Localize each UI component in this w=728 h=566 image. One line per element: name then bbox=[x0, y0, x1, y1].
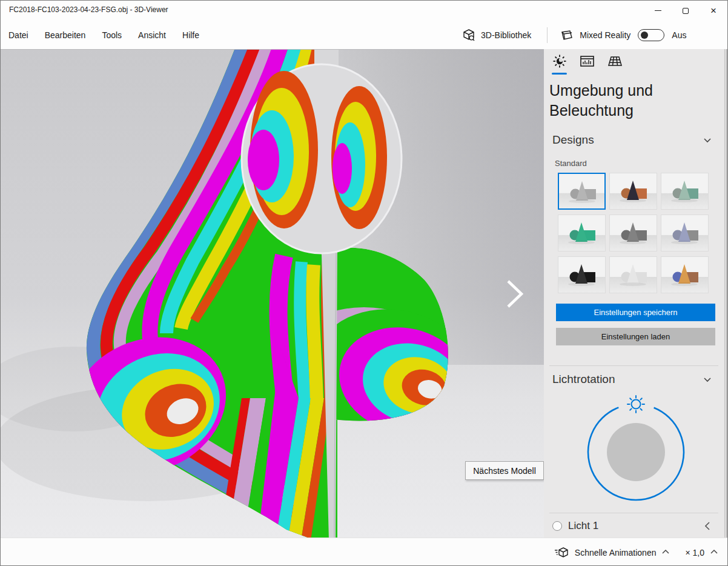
sun-icon bbox=[552, 54, 567, 68]
toolbar-separator bbox=[547, 27, 548, 43]
mixed-reality-icon bbox=[560, 29, 574, 41]
design-thumbnail-teal[interactable] bbox=[661, 173, 709, 210]
main-area: Nächstes Modell bbox=[1, 49, 728, 538]
animation-menu-chevron-icon[interactable] bbox=[662, 549, 669, 556]
menu-bearbeiten[interactable]: Bearbeiten bbox=[45, 30, 86, 40]
theme-preview bbox=[558, 215, 604, 250]
dial-knob[interactable] bbox=[607, 423, 665, 481]
mixed-reality-state: Aus bbox=[672, 30, 686, 40]
menu-hilfe[interactable]: Hilfe bbox=[182, 30, 199, 40]
design-thumbnail-gray[interactable] bbox=[558, 173, 606, 210]
playback-speed-value[interactable]: × 1,0 bbox=[685, 548, 704, 558]
theme-preview bbox=[558, 257, 604, 291]
design-thumbnail-white[interactable] bbox=[609, 256, 657, 293]
design-thumbnail-dark-orange[interactable] bbox=[609, 173, 657, 210]
grid-icon bbox=[607, 54, 623, 68]
minimize-icon bbox=[655, 10, 661, 11]
section-divider bbox=[549, 365, 718, 366]
light-rotation-title: Lichtrotation bbox=[552, 373, 615, 386]
theme-preview bbox=[661, 215, 707, 250]
panel-scrollbar[interactable] bbox=[724, 49, 728, 538]
light-rotation-collapse-chevron-icon[interactable] bbox=[704, 378, 711, 385]
3d-library-icon[interactable] bbox=[462, 28, 475, 42]
menu-datei[interactable]: Datei bbox=[8, 30, 28, 40]
light-divider bbox=[549, 513, 718, 513]
toggle-knob bbox=[641, 32, 648, 39]
close-button[interactable]: × bbox=[700, 1, 727, 21]
design-thumbnail-black[interactable] bbox=[558, 256, 606, 293]
title-bar: FC2018-FC103-2023-04-23-FSG.obj - 3D-Vie… bbox=[1, 1, 727, 21]
designs-group-label: Standard bbox=[555, 159, 587, 168]
animation-speed-label[interactable]: Schnelle Animationen bbox=[575, 548, 657, 558]
close-icon: × bbox=[710, 5, 716, 17]
design-thumbnail-dark-gray[interactable] bbox=[609, 215, 657, 251]
light1-radio[interactable] bbox=[552, 521, 562, 531]
theme-preview bbox=[610, 215, 655, 250]
light1-label: Licht 1 bbox=[568, 520, 598, 532]
design-thumbnail-multicolor[interactable] bbox=[661, 256, 709, 293]
tab-stats[interactable] bbox=[580, 54, 595, 75]
theme-preview bbox=[559, 174, 604, 208]
maximize-button[interactable] bbox=[672, 1, 700, 21]
light-rotation-dial[interactable] bbox=[566, 395, 706, 510]
mixed-reality-label: Mixed Reality bbox=[580, 30, 630, 40]
mixed-reality-toggle[interactable] bbox=[638, 29, 664, 41]
light1-expand-chevron-icon[interactable] bbox=[705, 522, 712, 529]
designs-section-title: Designs bbox=[552, 133, 594, 147]
panel-heading: Umgebung und Beleuchtung bbox=[549, 81, 701, 121]
app-window: FC2018-FC103-2023-04-23-FSG.obj - 3D-Vie… bbox=[0, 0, 728, 566]
menu-ansicht[interactable]: Ansicht bbox=[138, 30, 166, 40]
dial-sun-icon bbox=[627, 396, 644, 413]
settings-panel: Umgebung und Beleuchtung Designs Standar… bbox=[544, 49, 728, 538]
animation-speed-icon bbox=[554, 547, 569, 559]
theme-preview bbox=[661, 173, 707, 208]
3d-viewport[interactable]: Nächstes Modell bbox=[1, 49, 544, 538]
next-model-tooltip: Nächstes Modell bbox=[465, 461, 544, 480]
panel-tabs bbox=[552, 54, 623, 75]
3d-library-label[interactable]: 3D-Bibliothek bbox=[481, 30, 531, 40]
tab-environment-lighting[interactable] bbox=[552, 54, 567, 75]
light1-row[interactable]: Licht 1 bbox=[544, 516, 720, 538]
stats-icon bbox=[580, 54, 595, 68]
load-settings-button[interactable]: Einstellungen laden bbox=[556, 328, 715, 345]
menu-bar: Datei Bearbeiten Tools Ansicht Hilfe 3D-… bbox=[1, 21, 727, 49]
maximize-icon bbox=[683, 8, 689, 14]
design-thumbnail-green[interactable] bbox=[558, 215, 606, 251]
theme-preview bbox=[610, 173, 655, 208]
designs-collapse-chevron-icon[interactable] bbox=[704, 138, 711, 145]
window-title: FC2018-FC103-2023-04-23-FSG.obj - 3D-Vie… bbox=[9, 5, 168, 14]
menu-tools[interactable]: Tools bbox=[102, 30, 122, 40]
design-thumbnail-lavender[interactable] bbox=[661, 215, 709, 251]
speed-menu-chevron-icon[interactable] bbox=[710, 549, 718, 556]
theme-preview bbox=[610, 257, 655, 291]
theme-preview bbox=[661, 257, 707, 291]
bottom-bar: Schnelle Animationen × 1,0 bbox=[1, 538, 727, 566]
save-settings-button[interactable]: Einstellungen speichern bbox=[556, 304, 715, 321]
minimize-button[interactable] bbox=[644, 1, 672, 21]
tab-grid-wireframe[interactable] bbox=[607, 54, 623, 75]
3d-model-canvas bbox=[1, 50, 544, 538]
